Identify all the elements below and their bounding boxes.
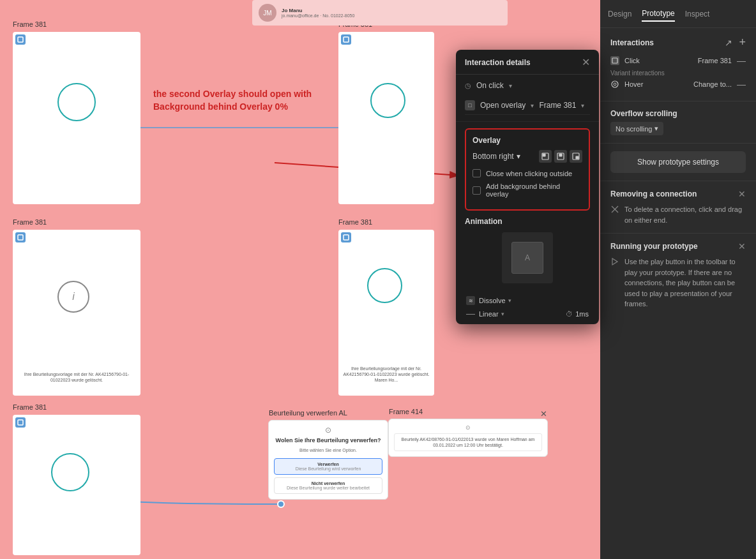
pos-icon-3[interactable] — [570, 150, 582, 163]
pos-icon-2[interactable] — [554, 150, 567, 163]
interactions-title: Interactions — [610, 38, 654, 47]
position-chevron: ▾ — [517, 152, 520, 161]
frame-381-midright: Frame 381 Ihre Beurteilungsvorlage mit d… — [338, 230, 434, 396]
frame-label-4: Frame 381 — [338, 218, 372, 226]
running-prototype-box: Running your prototype ✕ Use the play bu… — [600, 233, 756, 317]
interactions-section: Interactions ↗ + Click Frame 381 — Varia… — [600, 28, 756, 101]
action-type-label: Open overlay — [480, 101, 525, 110]
running-prototype-body: Use the play button in the toolbar to pl… — [610, 257, 746, 309]
animation-box: A — [511, 242, 543, 274]
easing-line-icon — [466, 314, 475, 315]
easing-label: Linear — [479, 310, 499, 318]
click-label: Click — [624, 57, 693, 64]
frame-381-midleft: Frame 381 i Ihre Beurteilungsvorlage mit… — [13, 230, 140, 396]
svg-rect-14 — [612, 58, 617, 63]
removing-connection-box: Removing a connection ✕ To delete a conn… — [600, 181, 756, 233]
info-icon-deco: i — [57, 281, 89, 313]
trigger-label: On click — [476, 81, 504, 90]
overflow-label: No scrolling — [616, 125, 652, 133]
running-prototype-title: Running your prototype — [610, 242, 698, 251]
btn-verwerfen-sub: Diese Beurteilung wird verworfen — [278, 466, 379, 471]
modal-close-icon[interactable]: ✕ — [582, 57, 590, 68]
close-outside-label: Close when clicking outside — [486, 170, 572, 177]
overlay-section: Overlay Bottom right ▾ Close when clicki… — [465, 128, 590, 211]
beurteilung-text: Bitte wählen Sie eine Option. — [274, 447, 382, 453]
show-prototype-settings-button[interactable]: Show prototype settings — [610, 151, 746, 173]
easing-dropdown[interactable]: Linear ▾ — [479, 310, 504, 318]
frame-label-1: Frame 381 — [13, 20, 47, 28]
svg-rect-4 — [344, 37, 349, 42]
annotation-text: the second Overlay should open with Back… — [153, 88, 332, 113]
running-prototype-close-icon[interactable]: ✕ — [738, 241, 746, 251]
frame-label-5: Frame 381 — [13, 403, 47, 411]
add-background-label: Add background behind overlay — [486, 183, 582, 198]
svg-rect-3 — [18, 37, 23, 42]
btn-notverwerfen-sub: Diese Beurteilung wurde weiter bearbeite… — [278, 486, 379, 490]
circle-deco-1 — [57, 83, 96, 121]
frame-icon-3 — [15, 232, 26, 242]
position-dropdown[interactable]: Bottom right ▾ — [472, 152, 520, 161]
running-prototype-text: Use the play button in the toolbar to pl… — [624, 257, 746, 309]
frame-icon-4 — [341, 232, 351, 242]
play-icon — [610, 257, 619, 266]
click-target: Frame 381 — [698, 57, 732, 64]
modal-header: Interaction details ✕ — [456, 50, 599, 75]
action-chevron[interactable]: ▾ — [531, 102, 534, 109]
duration-container: ⏱ 1ms — [566, 310, 589, 318]
interactions-header: Interactions ↗ + — [610, 36, 746, 49]
easing-left: Linear ▾ — [466, 310, 504, 318]
trigger-chevron[interactable]: ▾ — [509, 82, 512, 89]
user-avatar: JM — [259, 4, 276, 22]
circle-deco-4 — [367, 268, 402, 303]
svg-rect-6 — [344, 235, 349, 240]
close-outside-checkbox[interactable] — [472, 169, 481, 177]
hover-target: Change to... — [693, 80, 732, 88]
anim-type-row: ≋ Dissolve ▾ — [465, 296, 590, 305]
removing-connection-close-icon[interactable]: ✕ — [738, 189, 746, 199]
svg-rect-11 — [559, 154, 562, 156]
anim-type-dropdown[interactable]: Dissolve ▾ — [479, 297, 511, 304]
action-target-label: Frame 381 — [539, 101, 576, 110]
click-minus-icon[interactable]: — — [737, 56, 746, 66]
removing-connection-text: To delete a connection, click and drag o… — [624, 204, 746, 225]
circle-deco-2 — [370, 83, 405, 118]
anim-easing-row: Linear ▾ ⏱ 1ms — [465, 310, 590, 318]
click-interaction-row: Click Frame 381 — — [610, 56, 746, 66]
frame414-label: Frame 414 — [389, 408, 423, 415]
add-background-checkbox[interactable] — [472, 186, 481, 195]
overflow-dropdown[interactable]: No scrolling ▾ — [610, 122, 663, 135]
frame-text-2: Ihre Beurteilungsvorlage mit der Nr. AK4… — [342, 366, 431, 383]
hover-interaction-row: Hover Change to... — — [610, 79, 746, 89]
tab-inspect[interactable]: Inspect — [685, 7, 710, 21]
hover-icon — [610, 80, 619, 89]
target-chevron[interactable]: ▾ — [581, 102, 584, 109]
scissors-icon — [610, 205, 619, 214]
hover-label: Hover — [624, 80, 688, 88]
clock-icon: ◷ — [465, 82, 471, 90]
svg-rect-5 — [18, 235, 23, 240]
interaction-details-modal: Interaction details ✕ ◷ On click ▾ □ Ope… — [456, 50, 599, 324]
frame-381-topright: Frame 381 — [338, 32, 434, 204]
tab-prototype[interactable]: Prototype — [642, 6, 674, 22]
pos-icon-1[interactable] — [539, 150, 552, 163]
frame-icon-5 — [15, 417, 26, 428]
user-info: Jo Manu jo.manu@office.de · No. 01022-80… — [282, 8, 501, 18]
tab-design[interactable]: Design — [608, 7, 631, 21]
action-row: □ Open overlay ▾ Frame 381 ▾ — [465, 96, 590, 115]
frame414-close-icon[interactable]: ✕ — [540, 409, 547, 419]
hover-minus-icon[interactable]: — — [737, 79, 746, 89]
frame414-content: Beurteily AK42/08760-91-01/022013 wurde … — [394, 433, 542, 451]
svg-point-2 — [278, 501, 284, 507]
svg-point-15 — [612, 81, 618, 87]
add-background-row: Add background behind overlay — [472, 183, 582, 198]
interactions-add-icon[interactable]: + — [739, 36, 746, 49]
running-prototype-header: Running your prototype ✕ — [610, 241, 746, 251]
clock-small-icon: ⏱ — [566, 310, 573, 318]
svg-point-16 — [614, 83, 616, 86]
overflow-section: Overflow scrolling No scrolling ▾ — [600, 101, 756, 144]
beurteilung-btn-notverwerfen: Nicht verwerfen Diese Beurteilung wurde … — [274, 477, 382, 494]
frame-label-3: Frame 381 — [13, 218, 47, 226]
frame-381-topleft: Frame 381 — [13, 32, 140, 204]
overflow-title: Overflow scrolling — [610, 109, 746, 118]
interactions-link-icon[interactable]: ↗ — [725, 38, 732, 48]
